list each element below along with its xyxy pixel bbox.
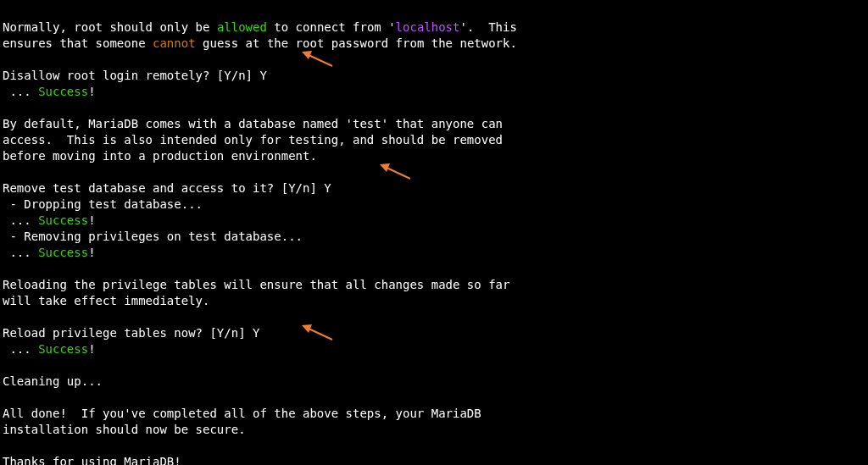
text-line: ensures that someone cannot guess at the… xyxy=(3,36,517,50)
text-line: - Dropping test database... xyxy=(3,197,203,211)
text-line: Reloading the privilege tables will ensu… xyxy=(3,278,509,291)
text-line: - Removing privileges on test database..… xyxy=(3,230,303,243)
status-line: ... Success! xyxy=(3,85,96,98)
text-line: installation should now be secure. xyxy=(3,423,246,436)
status-line: ... Success! xyxy=(3,342,96,356)
text-line: Normally, root should only be allowed to… xyxy=(3,20,517,34)
text-line: access. This is also intended only for t… xyxy=(3,133,503,147)
text-line: Thanks for using MariaDB! xyxy=(3,455,181,465)
prompt-line: Remove test database and access to it? [… xyxy=(3,181,331,195)
text-line: before moving into a production environm… xyxy=(3,149,317,163)
status-line: ... Success! xyxy=(3,246,96,259)
prompt-line: Reload privilege tables now? [Y/n] Y xyxy=(3,326,259,340)
terminal-output: Normally, root should only be allowed to… xyxy=(0,0,868,465)
status-line: ... Success! xyxy=(3,213,96,227)
text-line: Cleaning up... xyxy=(3,374,103,388)
prompt-line: Disallow root login remotely? [Y/n] Y xyxy=(3,69,267,82)
text-line: will take effect immediately. xyxy=(3,294,209,307)
text-line: All done! If you've completed all of the… xyxy=(3,407,481,420)
text-line: By default, MariaDB comes with a databas… xyxy=(3,117,503,130)
